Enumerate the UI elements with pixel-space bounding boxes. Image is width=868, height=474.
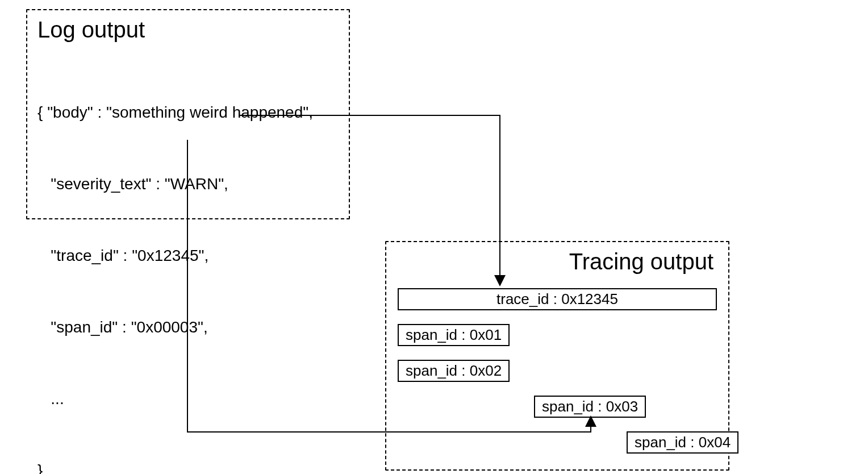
trace-id-row: trace_id : 0x12345 bbox=[398, 288, 717, 310]
tracing-output-title: Tracing output bbox=[397, 249, 718, 275]
log-line: { "body" : "something weird happened", bbox=[37, 101, 339, 124]
tracing-output-box: Tracing output trace_id : 0x12345 span_i… bbox=[385, 241, 729, 471]
log-line: "trace_id" : "0x12345", bbox=[37, 244, 339, 268]
log-output-content: { "body" : "something weird happened", "… bbox=[37, 53, 339, 474]
log-line: "severity_text" : "WARN", bbox=[37, 172, 339, 196]
span-id-row: span_id : 0x02 bbox=[398, 360, 510, 382]
log-output-title: Log output bbox=[37, 17, 339, 43]
span-id-row: span_id : 0x03 bbox=[534, 396, 646, 418]
log-line: ... bbox=[37, 387, 339, 411]
log-line: } bbox=[37, 459, 339, 474]
span-id-row: span_id : 0x01 bbox=[398, 324, 510, 346]
log-line: "span_id" : "0x00003", bbox=[37, 315, 339, 339]
span-id-row: span_id : 0x04 bbox=[627, 431, 738, 454]
log-output-box: Log output { "body" : "something weird h… bbox=[26, 9, 350, 219]
